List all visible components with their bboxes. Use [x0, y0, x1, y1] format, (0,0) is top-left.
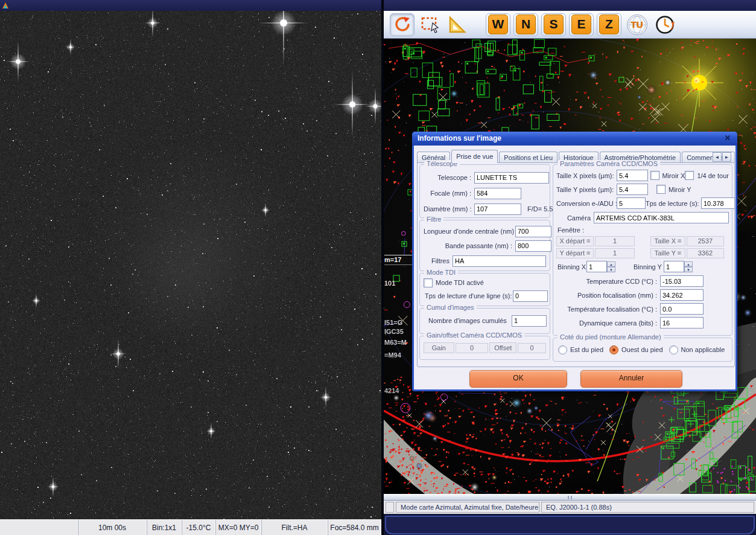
binning-x-stepper[interactable]: ▲▼: [586, 261, 615, 272]
binning-x-down-icon[interactable]: ▼: [607, 267, 615, 272]
radio-non-applicable[interactable]: [669, 345, 678, 354]
longueur-onde-label: Longueur d'onde centrale (nm) :: [424, 228, 515, 235]
compass-west-button[interactable]: W: [486, 13, 510, 36]
status-mouse-coords: MX=0 MY=0: [215, 520, 261, 535]
quart-tour-checkbox[interactable]: [685, 171, 694, 180]
horizontal-splitter[interactable]: [384, 494, 756, 501]
binning-y-label: Binning Y: [634, 263, 664, 271]
gain-label-cell: Gain: [424, 342, 454, 353]
tab-scroll-left-icon[interactable]: ◄: [713, 152, 722, 162]
fd-ratio-text: F/D= 5.5: [527, 205, 553, 213]
group-gain-offset-legend: Gain/offset Caméra CCD/CMOS: [424, 332, 524, 339]
image-window-titlebar[interactable]: IMAG_HA_600S-005 | 2537x3362 - Monochrom…: [0, 0, 381, 11]
binning-y-down-icon[interactable]: ▼: [684, 267, 693, 272]
universal-time-button[interactable]: TU: [624, 13, 649, 36]
app-icon: [2, 2, 9, 9]
dialog-titlebar[interactable]: Informations sur l'image ✕: [412, 132, 737, 146]
radio-ouest-du-pied[interactable]: [609, 345, 618, 354]
camera-input[interactable]: [594, 212, 729, 223]
temp-ccd-input[interactable]: [660, 275, 704, 287]
status-square: [386, 502, 394, 513]
sky-window-titlebar[interactable]: sky] vezac [FRANCE]: [384, 0, 756, 11]
tab-prise-de-vue[interactable]: Prise de vue: [451, 150, 498, 163]
x-depart-value-cell: 1: [595, 236, 635, 246]
sky-status-bar: Mode carte Azimutal, Azimutal fixe, Date…: [384, 501, 756, 514]
dialog-title: Informations sur l'image: [418, 134, 501, 143]
star-field-image[interactable]: [0, 11, 381, 519]
taille-x-eq-value-cell: 2537: [687, 236, 724, 246]
cancel-button[interactable]: Annuler: [580, 370, 682, 388]
group-pied: Coté du pied (monture Allemande) Est du …: [553, 338, 732, 362]
tps-ligne-input[interactable]: [513, 290, 548, 302]
binning-y-input[interactable]: [664, 261, 684, 272]
tps-lecture-input[interactable]: [701, 197, 735, 209]
miroir-y-checkbox[interactable]: [656, 185, 665, 194]
focale-input[interactable]: [474, 188, 521, 199]
tab-scroll-right-icon[interactable]: ►: [722, 152, 731, 162]
group-pied-legend: Coté du pied (monture Allemande): [557, 333, 664, 341]
measure-button[interactable]: [445, 13, 470, 36]
tab-positions-et-lieu[interactable]: Positions et Lieu: [499, 152, 557, 163]
zenith-button[interactable]: Z: [597, 13, 621, 36]
temp-focalisation-input[interactable]: [660, 303, 704, 315]
y-depart-value-cell: 1: [595, 248, 635, 258]
longueur-onde-input[interactable]: [515, 226, 551, 237]
filtres-input[interactable]: [453, 255, 546, 267]
map-label-m94: =M94: [384, 351, 412, 359]
miroir-x-label: Miroir X: [659, 172, 685, 179]
taille-x-input[interactable]: [617, 170, 648, 181]
status-binning: Bin:1x1: [147, 520, 182, 535]
map-label-ngc: IGC35: [384, 328, 412, 335]
status-map-mode: Mode carte Azimutal, Azimutal fixe, Date…: [396, 502, 539, 513]
pos-focalisation-input[interactable]: [660, 289, 704, 301]
compass-east-button[interactable]: E: [569, 13, 594, 36]
group-gain-offset: Gain/offset Caméra CCD/CMOS Gain 0 Offse…: [419, 336, 550, 360]
map-label-magnitude: m=17: [384, 255, 412, 265]
tps-ligne-label: Tps de lecture d'une ligne (s):: [424, 292, 513, 300]
taille-y-eq-value-cell: 3362: [687, 248, 724, 258]
binning-x-up-icon[interactable]: ▲: [607, 261, 615, 267]
dialog-close-icon[interactable]: ✕: [723, 133, 732, 143]
group-camera-params: Paramètres Caméra CCD/CMOS Taille X pixe…: [553, 164, 732, 336]
dynamique-label: Dynamique camera (bits) :: [556, 319, 660, 327]
binning-y-stepper[interactable]: ▲▼: [664, 261, 693, 272]
image-status-bar: 10m 00s Bin:1x1 -15.0°C MX=0 MY=0 Filt.=…: [0, 519, 381, 535]
diametre-input[interactable]: [474, 203, 521, 215]
compass-north-button[interactable]: N: [513, 13, 538, 36]
selection-icon: [421, 16, 440, 34]
compass-west-label: W: [488, 14, 508, 34]
image-window: IMAG_HA_600S-005 | 2537x3362 - Monochrom…: [0, 0, 381, 535]
temp-ccd-label: Temperature CCD (°C) :: [556, 278, 660, 285]
binning-y-up-icon[interactable]: ▲: [684, 261, 693, 267]
ok-button[interactable]: OK: [469, 370, 567, 388]
miroir-x-checkbox[interactable]: [650, 171, 659, 180]
map-label-m63: M63=M: [384, 339, 412, 346]
nombre-images-input[interactable]: [512, 315, 547, 327]
camera-label: Caméra: [556, 214, 594, 222]
tps-lecture-label: Tps de lecture (s):: [646, 200, 701, 207]
radio-est-du-pied[interactable]: [558, 345, 567, 354]
binning-x-input[interactable]: [586, 261, 607, 272]
compass-south-button[interactable]: S: [541, 13, 566, 36]
zenith-label: Z: [599, 14, 619, 34]
telescope-input[interactable]: [474, 172, 549, 184]
clock-button[interactable]: [652, 13, 677, 36]
conversion-input[interactable]: [617, 197, 646, 209]
group-camera-params-legend: Paramètres Caméra CCD/CMOS: [557, 160, 660, 167]
group-cumul: Cumul d'images Nombre d'images cumulés: [419, 308, 550, 334]
pos-focalisation-label: Position focalisation (mm) :: [556, 292, 660, 299]
bande-passante-input[interactable]: [515, 240, 551, 252]
rotate-view-button[interactable]: [390, 13, 415, 36]
taille-x-label: Taille X pixels (µm):: [556, 172, 617, 179]
dynamique-input[interactable]: [660, 317, 704, 328]
x-depart-label-cell: X départ =: [556, 236, 594, 246]
group-filtre: Filtre Longueur d'onde centrale (nm) : B…: [419, 220, 550, 271]
taille-y-input[interactable]: [617, 184, 648, 195]
selection-button[interactable]: [418, 13, 442, 36]
status-blank: [0, 520, 78, 535]
bande-passante-label: Bande passante (nm) :: [424, 242, 515, 249]
binning-x-label: Binning X: [556, 263, 586, 271]
mode-tdi-checkbox[interactable]: [424, 278, 433, 287]
offset-label-cell: Offset: [489, 342, 516, 353]
tab-scroll-arrows: ◄ ►: [713, 152, 731, 162]
